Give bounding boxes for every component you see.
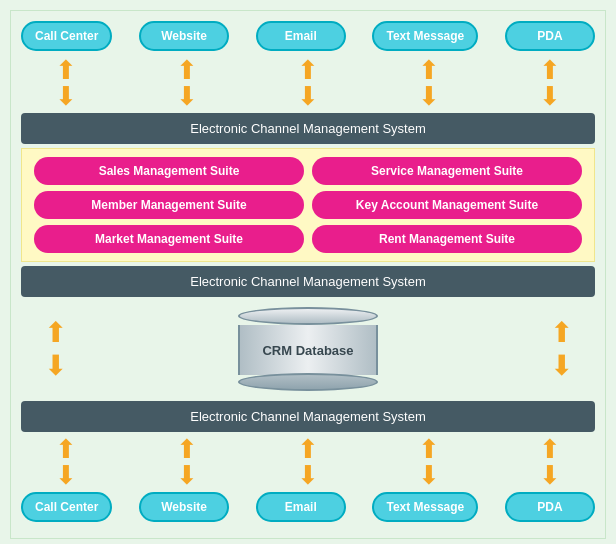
bottom-arrows-row: ⬆ ⬇ ⬆ ⬇ ⬆ ⬇ ⬆ ⬇ ⬆ ⬇ — [21, 436, 595, 488]
cylinder-top — [238, 307, 378, 325]
suite-member: Member Management Suite — [34, 191, 304, 219]
main-container: Call Center Website Email Text Message P… — [10, 10, 606, 539]
suite-service: Service Management Suite — [312, 157, 582, 185]
crm-section: ⬆ ⬇ CRM Database ⬆ ⬇ — [21, 301, 595, 397]
channel-text-message-bottom: Text Message — [372, 492, 478, 522]
crm-arrow-left: ⬆ ⬇ — [25, 316, 85, 382]
crm-database-container: CRM Database — [85, 307, 531, 391]
channel-text-message-top: Text Message — [372, 21, 478, 51]
arrow-double-b3: ⬆ ⬇ — [263, 436, 353, 488]
arrow-double-b1: ⬆ ⬇ — [21, 436, 111, 488]
suite-section: Sales Management Suite Member Management… — [21, 148, 595, 262]
channel-website-top: Website — [139, 21, 229, 51]
arrow-double-b4: ⬆ ⬇ — [384, 436, 474, 488]
arrow-double-b2: ⬆ ⬇ — [142, 436, 232, 488]
middle-dark-bar: Electronic Channel Management System — [21, 266, 595, 297]
arrow-double-1: ⬆ ⬇ — [21, 57, 111, 109]
arrow-double-4: ⬆ ⬇ — [384, 57, 474, 109]
bottom-channel-row: Call Center Website Email Text Message P… — [21, 492, 595, 522]
suite-sales: Sales Management Suite — [34, 157, 304, 185]
cylinder-bottom — [238, 373, 378, 391]
top-dark-bar: Electronic Channel Management System — [21, 113, 595, 144]
arrow-double-2: ⬆ ⬇ — [142, 57, 232, 109]
channel-email-top: Email — [256, 21, 346, 51]
top-channel-row: Call Center Website Email Text Message P… — [21, 21, 595, 51]
channel-email-bottom: Email — [256, 492, 346, 522]
crm-arrow-right: ⬆ ⬇ — [531, 316, 591, 382]
arrow-double-3: ⬆ ⬇ — [263, 57, 353, 109]
cylinder-body: CRM Database — [238, 325, 378, 375]
top-arrows-row: ⬆ ⬇ ⬆ ⬇ ⬆ ⬇ ⬆ ⬇ ⬆ ⬇ — [21, 57, 595, 109]
channel-website-bottom: Website — [139, 492, 229, 522]
suite-market: Market Management Suite — [34, 225, 304, 253]
suite-col-right: Service Management Suite Key Account Man… — [312, 157, 582, 253]
channel-pda-top: PDA — [505, 21, 595, 51]
channel-pda-bottom: PDA — [505, 492, 595, 522]
suite-col-left: Sales Management Suite Member Management… — [34, 157, 304, 253]
crm-cylinder: CRM Database — [238, 307, 378, 391]
channel-call-center-bottom: Call Center — [21, 492, 112, 522]
suite-rent: Rent Management Suite — [312, 225, 582, 253]
arrow-double-5: ⬆ ⬇ — [505, 57, 595, 109]
bottom-dark-bar: Electronic Channel Management System — [21, 401, 595, 432]
suite-key-account: Key Account Management Suite — [312, 191, 582, 219]
channel-call-center-top: Call Center — [21, 21, 112, 51]
arrow-double-b5: ⬆ ⬇ — [505, 436, 595, 488]
crm-label: CRM Database — [262, 343, 353, 358]
